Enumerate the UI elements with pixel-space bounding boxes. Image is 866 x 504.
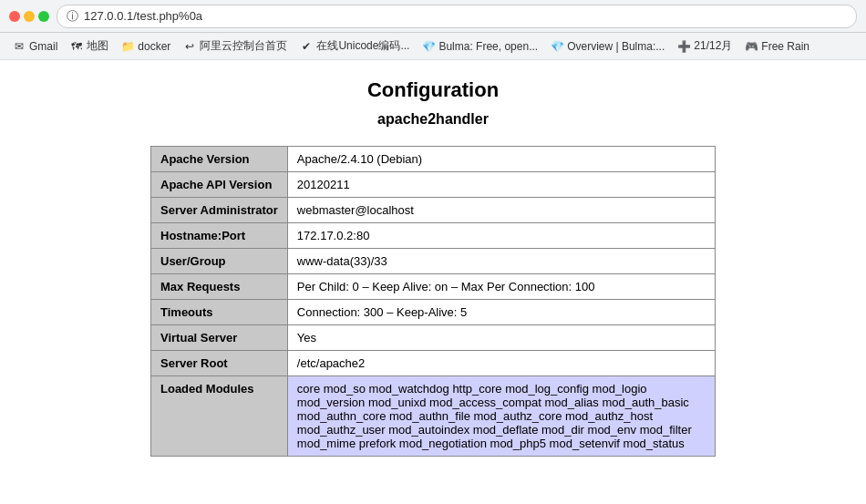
row-value-0: Apache/2.4.10 (Debian)	[287, 147, 715, 172]
bookmark-label-unicode: 在线Unicode编码...	[316, 38, 409, 54]
bookmark-label-date: 21/12月	[694, 38, 732, 54]
date-icon: ➕	[677, 40, 690, 53]
gmail-icon: ✉	[13, 40, 26, 53]
table-row: Hostname:Port172.17.0.2:80	[151, 223, 716, 249]
minimize-button[interactable]	[24, 11, 35, 22]
bulma1-icon: 💎	[422, 40, 435, 53]
bookmark-aliyun[interactable]: ↩阿里云控制台首页	[178, 36, 293, 56]
row-label-6: Timeouts	[151, 300, 288, 325]
row-value-7: Yes	[287, 325, 715, 351]
bulma2-icon: 💎	[551, 40, 563, 53]
window-controls	[9, 11, 49, 22]
row-label-8: Server Root	[151, 351, 288, 376]
freerain-icon: 🎮	[745, 40, 758, 53]
maximize-button[interactable]	[38, 11, 49, 22]
page-title: Configuration	[18, 78, 848, 102]
bookmarks-bar: ✉Gmail🗺地图📁docker↩阿里云控制台首页✔在线Unicode编码...…	[0, 33, 866, 60]
bookmark-label-gmail: Gmail	[29, 40, 57, 53]
row-label-4: User/Group	[151, 249, 288, 274]
page-subtitle: apache2handler	[18, 111, 848, 128]
bookmark-label-freerain: Free Rain	[761, 40, 809, 53]
bookmark-unicode[interactable]: ✔在线Unicode编码...	[294, 36, 415, 56]
address-bar[interactable]: ⓘ 127.0.0.1/test.php%0a	[57, 5, 857, 28]
row-label-3: Hostname:Port	[151, 223, 288, 249]
row-value-4: www-data(33)/33	[287, 249, 715, 274]
row-value-1: 20120211	[287, 172, 715, 198]
bookmark-maps[interactable]: 🗺地图	[65, 36, 114, 56]
row-label-0: Apache Version	[151, 147, 288, 172]
table-row: Apache VersionApache/2.4.10 (Debian)	[151, 147, 716, 172]
row-label-1: Apache API Version	[151, 172, 288, 198]
bookmark-freerain[interactable]: 🎮Free Rain	[739, 38, 815, 55]
browser-bar: ⓘ 127.0.0.1/test.php%0a	[0, 0, 866, 33]
maps-icon: 🗺	[70, 40, 83, 53]
bookmark-label-aliyun: 阿里云控制台首页	[200, 38, 287, 54]
unicode-icon: ✔	[300, 40, 313, 53]
table-row: TimeoutsConnection: 300 – Keep-Alive: 5	[151, 300, 716, 325]
page-content: Configuration apache2handler Apache Vers…	[0, 60, 866, 475]
table-row: Apache API Version20120211	[151, 172, 716, 198]
docker-icon: 📁	[121, 40, 134, 53]
row-value-8: /etc/apache2	[287, 351, 715, 376]
table-row: Loaded Modulescore mod_so mod_watchdog h…	[151, 376, 716, 457]
bookmark-label-maps: 地图	[87, 38, 108, 54]
table-row: Max RequestsPer Child: 0 – Keep Alive: o…	[151, 274, 716, 300]
bookmark-bulma2[interactable]: 💎Overview | Bulma:...	[545, 38, 670, 55]
row-value-5: Per Child: 0 – Keep Alive: on – Max Per …	[287, 274, 715, 300]
row-value-6: Connection: 300 – Keep-Alive: 5	[287, 300, 715, 325]
row-value-3: 172.17.0.2:80	[287, 223, 715, 249]
row-label-9: Loaded Modules	[151, 376, 288, 457]
row-label-7: Virtual Server	[151, 325, 288, 351]
bookmark-date[interactable]: ➕21/12月	[672, 36, 737, 56]
row-label-2: Server Administrator	[151, 198, 288, 223]
config-table: Apache VersionApache/2.4.10 (Debian)Apac…	[150, 146, 716, 457]
bookmark-bulma1[interactable]: 💎Bulma: Free, open...	[417, 38, 543, 55]
table-row: Virtual ServerYes	[151, 325, 716, 351]
table-row: User/Groupwww-data(33)/33	[151, 249, 716, 274]
bookmark-label-docker: docker	[138, 40, 170, 53]
close-button[interactable]	[9, 11, 20, 22]
bookmark-label-bulma1: Bulma: Free, open...	[438, 40, 538, 53]
bookmark-docker[interactable]: 📁docker	[116, 38, 176, 55]
info-icon: ⓘ	[67, 8, 78, 25]
bookmark-label-bulma2: Overview | Bulma:...	[567, 40, 665, 53]
bookmark-gmail[interactable]: ✉Gmail	[7, 38, 63, 55]
table-row: Server Administratorwebmaster@localhost	[151, 198, 716, 223]
table-row: Server Root/etc/apache2	[151, 351, 716, 376]
aliyun-icon: ↩	[183, 40, 196, 53]
row-value-2: webmaster@localhost	[287, 198, 715, 223]
row-value-9: core mod_so mod_watchdog http_core mod_l…	[287, 376, 715, 457]
url-text: 127.0.0.1/test.php%0a	[84, 9, 202, 23]
row-label-5: Max Requests	[151, 274, 288, 300]
